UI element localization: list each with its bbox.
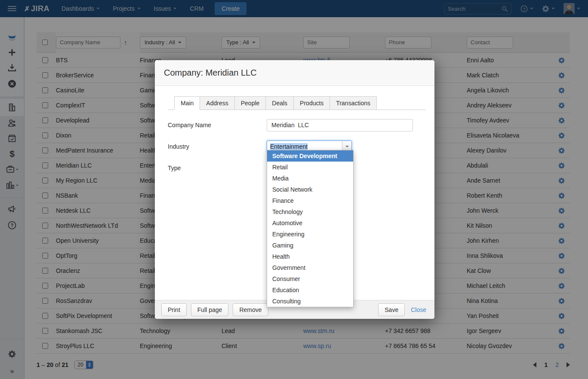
dropdown-option[interactable]: Education	[267, 284, 353, 296]
dropdown-option[interactable]: Finance	[267, 195, 353, 206]
chevron-down-icon	[345, 146, 349, 147]
dropdown-option[interactable]: Automotive	[267, 217, 353, 229]
company-name-input[interactable]	[267, 119, 413, 131]
industry-selected-value: Entertainment	[270, 143, 308, 150]
company-name-label: Company Name	[168, 122, 267, 128]
save-button[interactable]: Save	[378, 303, 405, 316]
tab-address[interactable]: Address	[200, 96, 234, 110]
company-dialog: Company: Meridian LLC MainAddressPeopleD…	[155, 60, 434, 319]
dialog-title: Company: Meridian LLC	[164, 68, 257, 78]
tab-people[interactable]: People	[234, 96, 266, 110]
industry-label: Industry	[168, 143, 267, 150]
dropdown-option[interactable]: Consulting	[267, 296, 353, 307]
type-label: Type	[168, 165, 267, 171]
dropdown-option[interactable]: Technology	[267, 206, 353, 217]
dropdown-option[interactable]: Social Network	[267, 184, 353, 195]
application-window: ✗JIRA DashboardsProjectsIssuesCRM Create	[0, 0, 588, 379]
remove-button[interactable]: Remove	[233, 303, 268, 316]
close-button[interactable]: Close	[409, 306, 428, 313]
dropdown-option[interactable]: Health	[267, 251, 353, 262]
dropdown-option[interactable]: Engineering	[267, 229, 353, 240]
full-page-button[interactable]: Full page	[191, 303, 229, 316]
dropdown-option[interactable]: Consumer	[267, 273, 353, 284]
print-button[interactable]: Print	[161, 303, 187, 316]
dialog-header: Company: Meridian LLC	[155, 60, 434, 86]
dropdown-option[interactable]: Gaming	[267, 240, 353, 251]
dropdown-option[interactable]: Media	[267, 173, 353, 184]
tab-products[interactable]: Products	[293, 96, 330, 110]
tab-transactions[interactable]: Transactions	[329, 96, 377, 110]
tab-main[interactable]: Main	[174, 96, 200, 110]
dropdown-option[interactable]: Software Development	[267, 150, 353, 162]
tab-deals[interactable]: Deals	[265, 96, 294, 110]
industry-dropdown-list: Software DevelopmentRetailMediaSocial Ne…	[267, 150, 354, 307]
dropdown-option[interactable]: Government	[267, 262, 353, 273]
dialog-tabs: MainAddressPeopleDealsProductsTransactio…	[168, 96, 426, 110]
dropdown-option[interactable]: Retail	[267, 162, 353, 173]
